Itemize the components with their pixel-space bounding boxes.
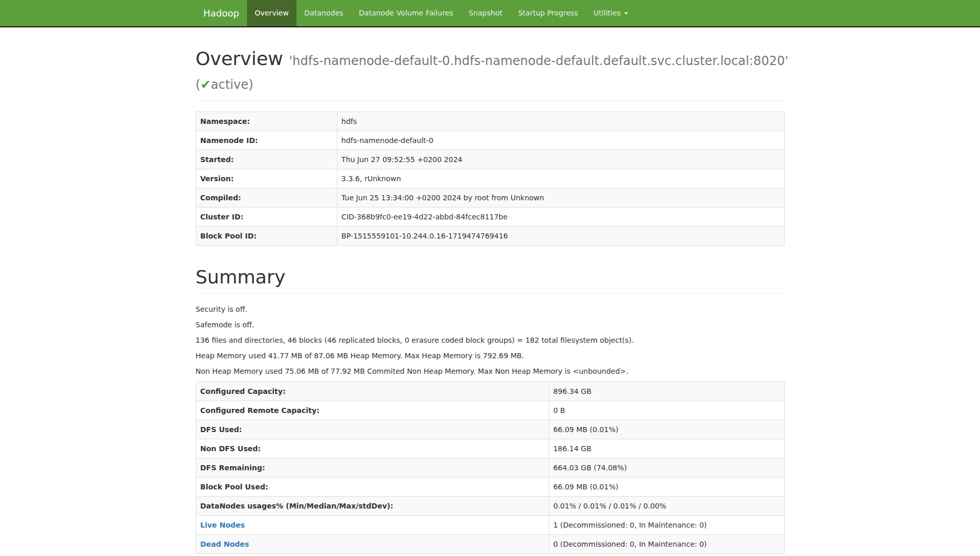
row-value: Tue Jun 25 13:34:00 +0200 2024 by root f… bbox=[337, 188, 784, 208]
filesystem-objects-text: 136 files and directories, 46 blocks (46… bbox=[196, 335, 785, 345]
row-label: Namespace: bbox=[196, 112, 337, 131]
nav-item-label: Utilities bbox=[594, 8, 621, 19]
row-label: Configured Capacity: bbox=[196, 382, 549, 401]
row-label: Version: bbox=[196, 169, 337, 188]
security-status-text: Security is off. bbox=[196, 304, 785, 314]
summary-heading: Summary bbox=[196, 266, 785, 288]
row-label: DFS Remaining: bbox=[196, 458, 549, 478]
summary-page-header: Summary bbox=[196, 266, 785, 294]
page-title-line: Overview 'hdfs-namenode-default-0.hdfs-n… bbox=[196, 48, 788, 69]
nav-item-label: Overview bbox=[255, 8, 289, 19]
row-value: 186.14 GB bbox=[549, 439, 784, 458]
status-text: active bbox=[211, 77, 248, 92]
dead-nodes-link[interactable]: Dead Nodes bbox=[200, 540, 250, 548]
nav-item-overview[interactable]: Overview bbox=[247, 0, 297, 26]
status-close-paren: ) bbox=[248, 77, 253, 92]
row-label: Live Nodes bbox=[196, 516, 549, 535]
nav-item-startup-progress[interactable]: Startup Progress bbox=[510, 0, 586, 26]
nav-item-label: Datanodes bbox=[304, 8, 344, 19]
table-row: Compiled: Tue Jun 25 13:34:00 +0200 2024… bbox=[196, 188, 784, 208]
table-row: Block Pool ID: BP-1515559101-10.244.0.16… bbox=[196, 227, 784, 246]
table-row: Block Pool Used: 66.09 MB (0.01%) bbox=[196, 478, 784, 497]
navbar: Hadoop Overview Datanodes Datanode Volum… bbox=[0, 0, 980, 27]
nav-item-datanodes[interactable]: Datanodes bbox=[297, 0, 351, 26]
table-row: Configured Remote Capacity: 0 B bbox=[196, 401, 784, 420]
safemode-status-text: Safemode is off. bbox=[196, 320, 785, 330]
row-label: DFS Used: bbox=[196, 420, 549, 439]
row-value: 66.09 MB (0.01%) bbox=[549, 478, 784, 497]
namenode-address: 'hdfs-namenode-default-0.hdfs-namenode-d… bbox=[289, 54, 788, 68]
row-label: Cluster ID: bbox=[196, 208, 337, 227]
nav-item-utilities-dropdown[interactable]: Utilities bbox=[586, 0, 636, 26]
table-row: Configured Capacity: 896.34 GB bbox=[196, 382, 784, 401]
table-row: DataNodes usages% (Min/Median/Max/stdDev… bbox=[196, 497, 784, 516]
row-value: 0 (Decommissioned: 0, In Maintenance: 0) bbox=[549, 535, 784, 554]
row-value: 0.01% / 0.01% / 0.01% / 0.00% bbox=[549, 497, 784, 516]
nav-item-label: Datanode Volume Failures bbox=[359, 8, 454, 19]
row-value: hdfs-namenode-default-0 bbox=[337, 131, 784, 150]
row-label: Dead Nodes bbox=[196, 535, 549, 554]
row-value: BP-1515559101-10.244.0.16-1719474769416 bbox=[337, 227, 784, 246]
table-row: Cluster ID: CID-368b9fc0-ee19-4d22-abbd-… bbox=[196, 208, 784, 227]
status-open-paren: ( bbox=[196, 77, 200, 92]
table-row: Started: Thu Jun 27 09:52:55 +0200 2024 bbox=[196, 150, 784, 169]
row-value: 664.03 GB (74.08%) bbox=[549, 458, 784, 478]
namenode-status-line: (✔active) bbox=[196, 72, 785, 96]
overview-table: Namespace: hdfs Namenode ID: hdfs-nameno… bbox=[196, 112, 785, 246]
row-label: Started: bbox=[196, 150, 337, 169]
row-label: Namenode ID: bbox=[196, 131, 337, 150]
row-value: 66.09 MB (0.01%) bbox=[549, 420, 784, 439]
summary-table: Configured Capacity: 896.34 GB Configure… bbox=[196, 382, 785, 554]
live-nodes-link[interactable]: Live Nodes bbox=[200, 521, 245, 529]
row-label: Non DFS Used: bbox=[196, 439, 549, 458]
table-row: Dead Nodes 0 (Decommissioned: 0, In Main… bbox=[196, 535, 784, 554]
row-label: DataNodes usages% (Min/Median/Max/stdDev… bbox=[196, 497, 549, 516]
navbar-menu: Overview Datanodes Datanode Volume Failu… bbox=[247, 0, 636, 26]
brand-hadoop[interactable]: Hadoop bbox=[196, 0, 247, 26]
table-row: Namenode ID: hdfs-namenode-default-0 bbox=[196, 131, 784, 150]
chevron-down-icon bbox=[624, 12, 628, 14]
table-row: Namespace: hdfs bbox=[196, 112, 784, 131]
main-content: Overview 'hdfs-namenode-default-0.hdfs-n… bbox=[188, 48, 792, 554]
row-label: Compiled: bbox=[196, 188, 337, 208]
row-label: Block Pool ID: bbox=[196, 227, 337, 246]
nav-item-label: Snapshot bbox=[469, 8, 502, 19]
row-value: 1 (Decommissioned: 0, In Maintenance: 0) bbox=[549, 516, 784, 535]
row-value: 0 B bbox=[549, 401, 784, 420]
nav-item-snapshot[interactable]: Snapshot bbox=[461, 0, 510, 26]
page-title: Overview 'hdfs-namenode-default-0.hdfs-n… bbox=[196, 48, 785, 96]
nav-item-label: Startup Progress bbox=[518, 8, 578, 19]
navbar-container: Hadoop Overview Datanodes Datanode Volum… bbox=[188, 0, 792, 26]
row-value: 3.3.6, rUnknown bbox=[337, 169, 784, 188]
row-value: Thu Jun 27 09:52:55 +0200 2024 bbox=[337, 150, 784, 169]
row-value: 896.34 GB bbox=[549, 382, 784, 401]
table-row: DFS Remaining: 664.03 GB (74.08%) bbox=[196, 458, 784, 478]
check-icon: ✔ bbox=[200, 77, 211, 92]
table-row: Live Nodes 1 (Decommissioned: 0, In Main… bbox=[196, 516, 784, 535]
non-heap-memory-text: Non Heap Memory used 75.06 MB of 77.92 M… bbox=[196, 366, 785, 376]
row-value: hdfs bbox=[337, 112, 784, 131]
table-row: Version: 3.3.6, rUnknown bbox=[196, 169, 784, 188]
row-label: Configured Remote Capacity: bbox=[196, 401, 549, 420]
table-row: DFS Used: 66.09 MB (0.01%) bbox=[196, 420, 784, 439]
page-title-text: Overview bbox=[196, 48, 284, 69]
row-value: CID-368b9fc0-ee19-4d22-abbd-84fcec8117be bbox=[337, 208, 784, 227]
row-label: Block Pool Used: bbox=[196, 478, 549, 497]
overview-page-header: Overview 'hdfs-namenode-default-0.hdfs-n… bbox=[196, 48, 785, 101]
heap-memory-text: Heap Memory used 41.77 MB of 87.06 MB He… bbox=[196, 351, 785, 361]
table-row: Non DFS Used: 186.14 GB bbox=[196, 439, 784, 458]
nav-item-datanode-volume-failures[interactable]: Datanode Volume Failures bbox=[351, 0, 461, 26]
